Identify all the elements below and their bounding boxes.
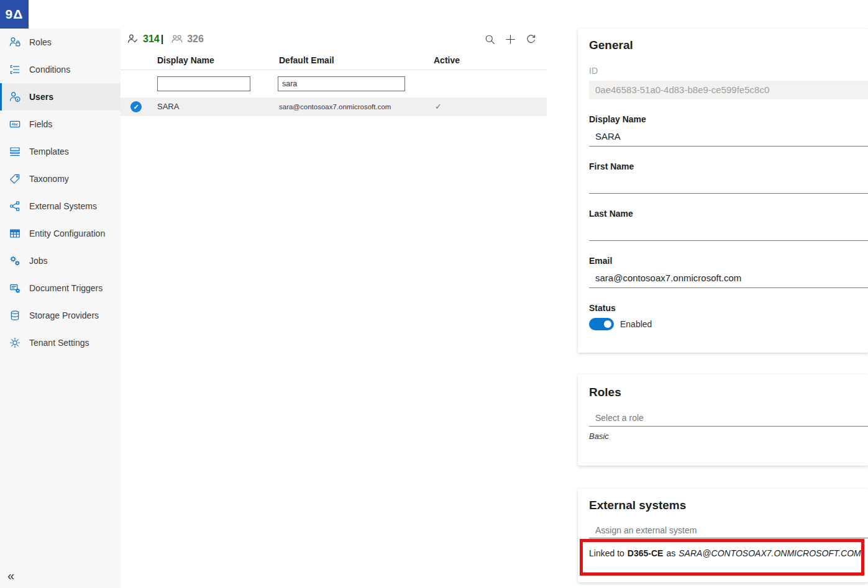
- sidebar-item-label: External Systems: [29, 201, 97, 211]
- linked-system-line: Linked to D365-CE as SARA@CONTOSOAX7.ONM…: [589, 548, 868, 558]
- table-row[interactable]: ✓ SARA sara@contosoax7.onmicrosoft.com ✓: [121, 97, 547, 116]
- count-caret: |: [161, 34, 163, 45]
- sidebar-item-label: Users: [29, 92, 53, 102]
- total-users-icon: [171, 33, 183, 45]
- sidebar-item-jobs[interactable]: Jobs: [0, 247, 121, 274]
- linked-account: SARA@CONTOSOAX7.ONMICROSOFT.COM: [678, 548, 861, 558]
- search-icon[interactable]: [484, 34, 496, 45]
- status-field-group: Status Enabled: [589, 303, 868, 330]
- sidebar-item-external-systems[interactable]: External Systems: [0, 192, 121, 220]
- last-name-field[interactable]: [589, 221, 868, 241]
- row-selected-check-icon[interactable]: ✓: [130, 101, 142, 112]
- sidebar-item-storage-providers[interactable]: Storage Providers: [0, 302, 121, 329]
- external-systems-title: External systems: [589, 499, 868, 512]
- display-name-field-group: Display Name SARA: [589, 114, 868, 147]
- sidebar-item-document-triggers[interactable]: Document Triggers: [0, 274, 121, 302]
- sidebar-item-templates[interactable]: Templates: [0, 138, 121, 165]
- sidebar-item-label: Roles: [29, 37, 52, 47]
- jobs-icon: [9, 255, 21, 267]
- sidebar-item-tenant-settings[interactable]: Tenant Settings: [0, 329, 121, 356]
- general-title: General: [589, 38, 868, 52]
- display-name-field[interactable]: SARA: [589, 127, 868, 147]
- storage-providers-icon: [9, 309, 21, 322]
- linked-prefix: Linked to: [589, 548, 624, 558]
- assigned-role[interactable]: Basic: [589, 432, 868, 441]
- sidebar-item-taxonomy[interactable]: Taxonomy: [0, 165, 121, 192]
- sidebar-item-label: Entity Configuration: [29, 228, 105, 238]
- status-label: Status: [589, 303, 868, 313]
- fields-icon: Abc: [9, 118, 21, 130]
- sidebar-item-label: Storage Providers: [29, 310, 99, 320]
- first-name-label: First Name: [589, 161, 868, 171]
- row-default-email: sara@contosoax7.onmicrosoft.com: [279, 97, 391, 116]
- svg-text:Abc: Abc: [11, 122, 18, 126]
- row-active-check-icon: ✓: [435, 97, 442, 116]
- status-value: Enabled: [620, 319, 652, 329]
- row-display-name: SARA: [157, 97, 179, 116]
- filter-row: [121, 70, 547, 97]
- toggle-knob: [604, 320, 611, 328]
- users-icon: [9, 91, 21, 103]
- roles-card: Roles Select a role Basic: [578, 374, 868, 466]
- sidebar-item-label: Templates: [29, 147, 69, 156]
- id-field-group: ID 0ae46583-51a0-4d83-b8e9-ce599fe5c8c0: [589, 66, 868, 99]
- last-name-field-group: Last Name: [589, 209, 868, 241]
- id-field: 0ae46583-51a0-4d83-b8e9-ce599fe5c8c0: [589, 81, 868, 99]
- roles-title: Roles: [589, 386, 868, 399]
- sidebar-item-label: Fields: [29, 119, 52, 129]
- external-systems-icon: [9, 200, 21, 212]
- general-card: General ID 0ae46583-51a0-4d83-b8e9-ce599…: [578, 29, 868, 353]
- list-toolbar: 314 | 326: [121, 29, 547, 50]
- sidebar-item-label: Tenant Settings: [29, 338, 89, 348]
- column-header-default-email[interactable]: Default Email: [279, 51, 334, 70]
- sidebar-item-fields[interactable]: Abc Fields: [0, 111, 121, 138]
- display-name-label: Display Name: [589, 114, 868, 124]
- last-name-label: Last Name: [589, 209, 868, 219]
- taxonomy-icon: [9, 173, 21, 185]
- id-label: ID: [589, 66, 868, 76]
- conditions-icon: [9, 63, 21, 76]
- total-count: 326: [187, 34, 204, 45]
- entity-configuration-icon: [9, 227, 21, 240]
- document-triggers-icon: [9, 282, 21, 294]
- sidebar-item-label: Taxonomy: [29, 174, 69, 184]
- active-count: 314: [143, 34, 160, 45]
- user-list-panel: 314 | 326 Display Name Default Email Act…: [121, 0, 547, 588]
- first-name-field[interactable]: [589, 174, 868, 194]
- sidebar-item-roles[interactable]: Roles: [0, 29, 121, 56]
- email-label: Email: [589, 256, 868, 266]
- display-name-filter-input[interactable]: [157, 76, 250, 91]
- column-header-active[interactable]: Active: [434, 51, 460, 70]
- email-field[interactable]: sara@contosoax7.onmicrosoft.com: [589, 268, 868, 288]
- selected-users-icon: [127, 33, 139, 45]
- sidebar-item-label: Document Triggers: [29, 283, 103, 293]
- column-header-display-name[interactable]: Display Name: [157, 51, 214, 70]
- sidebar-item-conditions[interactable]: Conditions: [0, 56, 121, 83]
- external-system-select-input[interactable]: Assign an external system: [589, 522, 868, 538]
- external-systems-card: External systems Assign an external syst…: [578, 489, 868, 582]
- roles-icon: [9, 36, 21, 48]
- linked-system-name: D365-CE: [628, 548, 664, 558]
- sidebar: Roles Conditions Users Abc Fields Templa…: [0, 29, 121, 588]
- sidebar-item-entity-configuration[interactable]: Entity Configuration: [0, 220, 121, 247]
- first-name-field-group: First Name: [589, 161, 868, 194]
- linked-infix: as: [666, 548, 675, 558]
- app-logo[interactable]: 9Δ: [0, 0, 29, 29]
- sidebar-item-users[interactable]: Users: [0, 83, 121, 111]
- default-email-filter-input[interactable]: [278, 76, 405, 91]
- sidebar-item-label: Conditions: [29, 65, 70, 75]
- user-counts: 314 | 326: [127, 33, 204, 45]
- tenant-settings-icon: [9, 337, 21, 349]
- sidebar-collapse-button[interactable]: «: [7, 569, 14, 582]
- role-select-input[interactable]: Select a role: [589, 409, 868, 427]
- sidebar-item-label: Jobs: [29, 256, 48, 266]
- table-header: Display Name Default Email Active: [121, 51, 547, 70]
- list-actions: [484, 34, 541, 45]
- add-icon[interactable]: [505, 34, 516, 45]
- templates-icon: [9, 145, 21, 158]
- refresh-icon[interactable]: [525, 34, 537, 45]
- status-toggle[interactable]: [589, 318, 614, 330]
- email-field-group: Email sara@contosoax7.onmicrosoft.com: [589, 256, 868, 288]
